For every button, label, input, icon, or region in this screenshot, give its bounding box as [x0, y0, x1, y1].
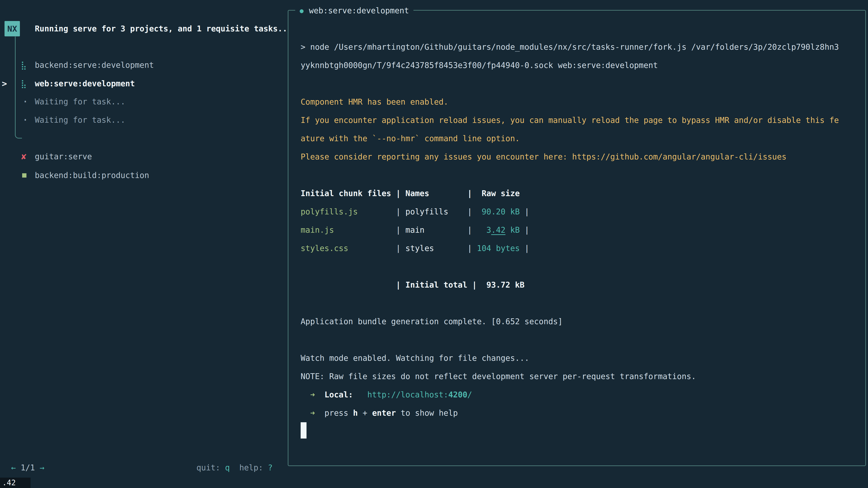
terminal-text-segment: > node /Users/mhartington/Github/guitars… — [301, 42, 839, 52]
terminal-panel: ● web:serve:development > node /Users/mh… — [288, 10, 866, 466]
task-row-web-serve-development[interactable]: ⣧web:serve:development — [0, 74, 276, 93]
terminal-line: styles.css | styles | 104 bytes | — [301, 239, 864, 258]
terminal-text-segment: press — [324, 409, 353, 418]
terminal-text-segment: styles.css — [301, 244, 348, 253]
waiting-dot-icon: · — [22, 93, 33, 111]
terminal-line: > node /Users/mhartington/Github/guitars… — [301, 38, 864, 56]
task-row-waiting-for-task[interactable]: ·Waiting for task... — [0, 93, 276, 111]
terminal-text-segment: + — [358, 409, 372, 418]
terminal-line: Watch mode enabled. Watching for file ch… — [301, 349, 864, 367]
terminal-text-segment: kB — [505, 225, 520, 234]
terminal-text-segment: Local: — [324, 390, 353, 399]
terminal-text-segment: polyfills.js — [301, 207, 358, 216]
terminal-text-segment: 104 bytes — [477, 244, 520, 253]
terminal-text-segment: 3 — [487, 225, 491, 234]
task-row-waiting-for-task[interactable]: ·Waiting for task... — [0, 111, 276, 129]
local-url[interactable]: http://localhost: — [367, 390, 448, 399]
terminal-text-segment: | — [520, 225, 529, 234]
terminal-text-segment: | — [467, 225, 487, 234]
terminal-text-segment — [425, 225, 467, 234]
nx-tui-screen: NX Running serve for 3 projects, and 1 r… — [0, 0, 868, 488]
terminal-line: NOTE: Raw file sizes do not reflect deve… — [301, 367, 864, 386]
terminal-text-segment: ature with the `--no-hmr` command line o… — [301, 134, 520, 143]
terminal-text-segment: Component HMR has been enabled. — [301, 97, 448, 106]
terminal-text-segment — [301, 390, 310, 399]
terminal-text-segment: Application bundle generation complete. … — [301, 317, 563, 326]
pager-label: 1/1 — [21, 463, 35, 472]
task-row-backend-serve-development[interactable]: ⣧backend:serve:development — [0, 56, 276, 74]
terminal-line: ature with the `--no-hmr` command line o… — [301, 129, 864, 148]
terminal-line — [301, 258, 864, 276]
quit-label: quit: — [196, 463, 225, 472]
terminal-line — [301, 294, 864, 313]
help-key: ? — [268, 463, 273, 472]
terminal-text-segment: | — [520, 207, 529, 216]
task-label: Waiting for task... — [35, 111, 125, 129]
local-url-slash[interactable]: / — [467, 390, 472, 399]
arrow-icon: ➜ — [310, 409, 315, 418]
terminal-line: Component HMR has been enabled. — [301, 93, 864, 111]
task-label: web:serve:development — [35, 74, 135, 93]
terminal-line: | Initial total | 93.72 kB — [301, 276, 864, 294]
terminal-line — [301, 166, 864, 184]
terminal-line: polyfills.js | polyfills | 90.20 kB | — [301, 203, 864, 221]
terminal-text-segment: to show help — [396, 409, 458, 418]
terminal-text-segment: If you encounter application reload issu… — [301, 116, 839, 125]
terminal-text-segment: .42 — [491, 225, 505, 234]
terminal-text-segment: | — [348, 244, 405, 253]
terminal-text-segment: NOTE: Raw file sizes do not reflect deve… — [301, 372, 696, 381]
local-url-port[interactable]: 4200 — [448, 390, 467, 399]
terminal-text-segment: Watch mode enabled. Watching for file ch… — [301, 354, 529, 363]
terminal-text-segment: polyfills — [405, 207, 448, 216]
terminal-text-segment: | Initial total | 93.72 kB — [301, 281, 524, 289]
help-bar: quit: q help: ? — [196, 459, 273, 477]
terminal-line: yyknnbtgh0000gn/T/9f4c243785f8453e3f00/f… — [301, 56, 864, 74]
terminal-text-segment: | — [467, 244, 477, 253]
task-label: Waiting for task... — [35, 93, 125, 111]
terminal-output[interactable]: > node /Users/mhartington/Github/guitars… — [301, 38, 864, 441]
task-row-backend-build-production[interactable]: backend:build:production — [0, 166, 276, 185]
spinner-icon: ⣧ — [21, 74, 32, 93]
terminal-line: Initial chunk files | Names | Raw size — [301, 184, 864, 203]
terminal-line — [301, 74, 864, 93]
terminal-line: Application bundle generation complete. … — [301, 313, 864, 331]
terminal-text-segment: | — [520, 244, 529, 253]
terminal-line — [301, 331, 864, 349]
quit-key: q — [225, 463, 230, 472]
task-label: guitar:serve — [35, 148, 92, 166]
spinner-icon: ⣧ — [21, 56, 32, 74]
terminal-text-segment: enter — [372, 409, 396, 418]
terminal-text-segment: | — [467, 207, 482, 216]
terminal-text-segment: | — [334, 225, 405, 234]
terminal-text-segment: styles — [405, 244, 434, 253]
arrow-icon: ➜ — [310, 390, 315, 399]
pager-next-icon[interactable]: → — [35, 463, 44, 472]
text-cursor — [301, 422, 307, 438]
sidebar-header-title: Running serve for 3 projects, and 1 requ… — [35, 21, 287, 36]
success-square-icon — [22, 173, 26, 177]
nx-logo: NX — [4, 21, 20, 36]
terminal-text-segment — [353, 390, 367, 399]
panel-title: ● web:serve:development — [295, 4, 413, 17]
terminal-text-segment: | — [358, 207, 405, 216]
task-row-guitar-serve[interactable]: ✘guitar:serve — [0, 148, 276, 166]
terminal-text-segment: 90.20 kB — [482, 207, 520, 216]
pager: ← 1/1 → — [11, 459, 44, 477]
terminal-line: Please consider reporting any issues you… — [301, 148, 864, 166]
terminal-text-segment — [315, 390, 324, 399]
task-label: backend:build:production — [35, 166, 149, 185]
pager-prev-icon[interactable]: ← — [11, 463, 21, 472]
terminal-line: If you encounter application reload issu… — [301, 111, 864, 129]
terminal-text-segment: main.js — [301, 225, 334, 234]
terminal-line: ➜ Local: http://localhost:4200/ — [301, 386, 864, 404]
terminal-text-segment: Please consider reporting any issues you… — [301, 152, 786, 161]
task-label: backend:serve:development — [35, 56, 154, 74]
overlay-badge: .42 — [0, 478, 31, 488]
terminal-text-segment — [315, 409, 324, 418]
terminal-text-segment: Initial chunk files | Names | Raw size — [301, 189, 520, 198]
status-dot-icon: ● — [300, 7, 304, 14]
terminal-text-segment: main — [405, 225, 425, 234]
terminal-text-segment — [301, 409, 310, 418]
terminal-text-segment — [434, 244, 467, 253]
panel-title-text: web:serve:development — [309, 6, 409, 15]
